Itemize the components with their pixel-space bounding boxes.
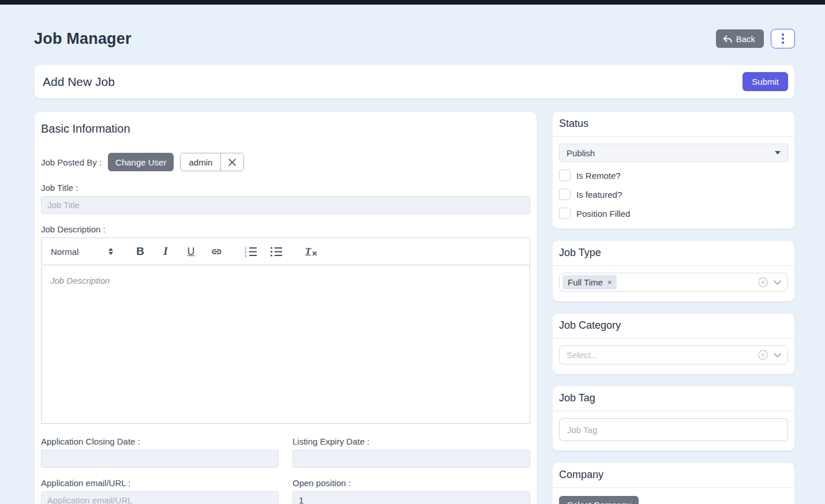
closing-date-label: Application Closing Date : — [41, 437, 279, 446]
email-url-label: Application email/URL : — [41, 478, 279, 488]
svg-text:1: 1 — [245, 247, 247, 250]
ordered-list-button[interactable]: 1 2 3 — [245, 244, 257, 259]
kebab-dot — [782, 33, 784, 36]
job-title-label: Job Title : — [41, 183, 530, 193]
job-category-multiselect[interactable]: Select... — [559, 345, 788, 364]
status-select-value: Publish — [567, 148, 595, 158]
position-filled-checkbox[interactable] — [559, 208, 571, 219]
close-icon — [228, 158, 237, 167]
svg-text:2: 2 — [245, 250, 247, 254]
editor-placeholder: Job Description — [50, 276, 110, 285]
kebab-dot — [782, 42, 784, 44]
bold-button[interactable]: B — [134, 244, 147, 259]
kebab-dot — [782, 37, 784, 40]
back-button[interactable]: Back — [716, 29, 764, 48]
page-header: Job Manager Back — [34, 29, 795, 48]
basic-information-card: Basic Information Job Posted By : Change… — [34, 111, 537, 504]
clear-selection-icon[interactable] — [757, 277, 768, 288]
posted-by-username: admin — [181, 153, 220, 171]
change-user-button[interactable]: Change User — [108, 153, 174, 171]
italic-button[interactable]: I — [159, 244, 172, 259]
back-arrow-icon — [722, 35, 732, 43]
basic-information-title: Basic Information — [41, 122, 530, 136]
underline-button[interactable]: U — [185, 244, 197, 259]
posted-by-user-group: admin — [180, 153, 244, 171]
job-type-chip-label: Full Time — [568, 277, 603, 287]
rich-text-editor: Normal B I U — [41, 238, 530, 424]
job-type-chip: Full Time × — [562, 275, 617, 289]
page-title: Job Manager — [34, 30, 132, 48]
expiry-date-input[interactable] — [292, 450, 530, 468]
ordered-list-icon: 1 2 3 — [245, 246, 257, 257]
submit-button[interactable]: Submit — [742, 72, 788, 91]
top-strip — [0, 0, 825, 5]
closing-date-input[interactable] — [41, 450, 279, 468]
is-remote-checkbox[interactable] — [559, 170, 571, 181]
is-featured-label: Is featured? — [576, 190, 622, 200]
remove-user-button[interactable] — [220, 153, 243, 171]
job-description-label: Job Description : — [41, 224, 530, 234]
status-card-title: Status — [553, 112, 794, 137]
chevron-down-icon[interactable] — [773, 352, 782, 358]
job-type-multiselect[interactable]: Full Time × — [559, 273, 788, 292]
chevron-down-icon[interactable] — [773, 280, 782, 285]
job-tag-card-title: Job Tag — [553, 386, 794, 411]
is-remote-label: Is Remote? — [576, 171, 621, 180]
bullet-list-icon — [270, 246, 283, 257]
link-button[interactable] — [210, 244, 223, 259]
job-title-input[interactable] — [41, 196, 530, 214]
job-tag-input[interactable] — [559, 418, 788, 441]
clean-formatting-button[interactable]: T✕ — [305, 244, 317, 259]
format-picker[interactable]: Normal — [51, 247, 113, 257]
job-category-placeholder: Select... — [562, 350, 598, 360]
status-select[interactable]: Publish — [559, 144, 788, 162]
editor-toolbar: Normal B I U — [42, 238, 530, 265]
company-card-title: Company — [553, 463, 794, 488]
back-button-label: Back — [736, 34, 755, 44]
job-category-card: Job Category Select... — [552, 313, 795, 374]
svg-text:3: 3 — [245, 254, 247, 258]
open-position-input[interactable] — [292, 491, 530, 504]
company-card: Company Select Company — [552, 462, 795, 504]
bullet-list-button[interactable] — [270, 244, 283, 259]
clear-selection-icon[interactable] — [757, 349, 768, 360]
format-picker-value: Normal — [51, 247, 78, 257]
position-filled-label: Position Filled — [576, 209, 630, 219]
remove-tag-icon[interactable]: × — [608, 279, 612, 286]
email-url-input[interactable] — [41, 491, 279, 504]
is-featured-checkbox[interactable] — [559, 189, 571, 200]
editor-content-area[interactable]: Job Description — [42, 265, 530, 423]
job-category-card-title: Job Category — [553, 314, 794, 338]
select-company-button[interactable]: Select Company — [559, 496, 639, 504]
format-picker-arrows-icon — [108, 248, 113, 255]
kebab-menu-button[interactable] — [771, 29, 795, 48]
job-type-card-title: Job Type — [553, 241, 794, 266]
status-card: Status Publish Is Remote? Is featured? — [552, 111, 795, 229]
open-position-label: Open position : — [292, 478, 530, 488]
job-type-card: Job Type Full Time × — [552, 240, 795, 302]
sidebar: Status Publish Is Remote? Is featured? — [552, 111, 795, 504]
add-new-job-card: Add New Job Submit — [34, 65, 795, 99]
job-tag-card: Job Tag — [552, 386, 795, 451]
link-icon — [211, 246, 223, 258]
caret-down-icon — [775, 151, 781, 155]
expiry-date-label: Listing Expiry Date : — [292, 437, 530, 446]
add-new-job-title: Add New Job — [43, 75, 115, 89]
job-posted-by-label: Job Posted By : — [41, 157, 102, 167]
clean-formatting-icon: T✕ — [305, 246, 317, 257]
